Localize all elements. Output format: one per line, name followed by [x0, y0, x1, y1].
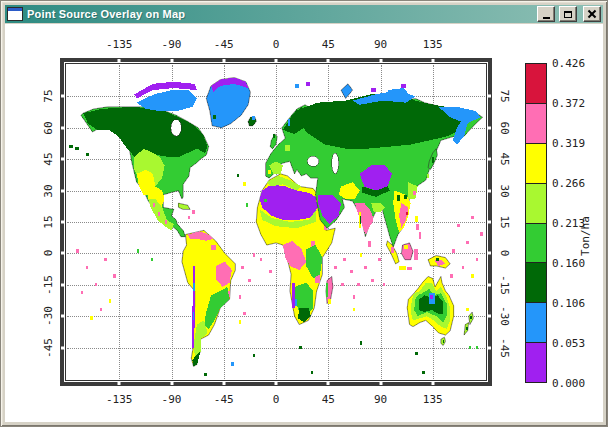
lat-tick-label: 15: [42, 215, 55, 228]
minimize-button[interactable]: [537, 6, 555, 22]
lon-tick-label: 135: [423, 393, 443, 406]
window-title: Point Source Overlay on Map: [27, 8, 533, 20]
lat-tick-label: -45: [498, 338, 511, 358]
latitude-axis-left: 75 60 45 30 15 0 -15 -30 -45: [41, 65, 55, 379]
longitude-axis-bottom: -135 -90 -45 0 45 90 135: [67, 393, 485, 405]
lon-tick-label: 0: [273, 393, 280, 406]
titlebar[interactable]: Point Source Overlay on Map: [5, 5, 603, 23]
legend-swatch: [526, 104, 546, 144]
legend-swatch: [526, 184, 546, 224]
maximize-button[interactable]: [559, 6, 577, 22]
close-icon: [587, 10, 597, 18]
legend-unit-label: Ton/ha: [579, 216, 592, 256]
world-map-raster: [67, 65, 485, 379]
legend-tick-label: 0.000: [552, 377, 585, 390]
plot-canvas: -135 -90 -45 0 45 90 135 -135 -90 -45 0 …: [5, 24, 603, 422]
lat-tick-label: 15: [498, 215, 511, 228]
lon-tick-label: -90: [162, 393, 182, 406]
legend-swatch: [526, 303, 546, 343]
lat-tick-label: 75: [498, 90, 511, 103]
legend-tick-label: 0.160: [552, 257, 585, 270]
lat-tick-label: -15: [42, 275, 55, 295]
color-scale-bar: [525, 63, 547, 383]
legend-swatch: [526, 144, 546, 184]
lon-tick-label: -45: [214, 38, 234, 51]
legend-tick-label: 0.053: [552, 337, 585, 350]
lat-tick-label: 75: [42, 90, 55, 103]
maximize-icon: [564, 11, 572, 18]
legend-tick-label: 0.266: [552, 177, 585, 190]
world-map: [67, 65, 485, 379]
close-button[interactable]: [583, 6, 601, 22]
legend-tick-label: 0.372: [552, 97, 585, 110]
lon-tick-label: 45: [322, 393, 335, 406]
lat-tick-label: 60: [42, 121, 55, 134]
lat-tick-label: 45: [498, 153, 511, 166]
lon-tick-label: 90: [374, 393, 387, 406]
lon-tick-label: -135: [106, 38, 133, 51]
lat-tick-label: -30: [498, 306, 511, 326]
lat-tick-label: -15: [498, 275, 511, 295]
lon-tick-label: -45: [214, 393, 234, 406]
lon-tick-label: -135: [106, 393, 133, 406]
legend-swatch: [526, 263, 546, 303]
lat-tick-label: 0: [498, 250, 511, 257]
minimize-icon: [543, 17, 550, 19]
lat-tick-label: -45: [42, 338, 55, 358]
lon-tick-label: 45: [322, 38, 335, 51]
legend-tick-label: 0.426: [552, 57, 585, 70]
lat-tick-label: 45: [42, 153, 55, 166]
app-window: Point Source Overlay on Map -135 -90 -45…: [0, 0, 608, 427]
legend-swatch: [526, 224, 546, 264]
lat-tick-label: -30: [42, 306, 55, 326]
latitude-axis-right: 75 60 45 30 15 0 -15 -30 -45: [497, 65, 511, 379]
lon-tick-label: 135: [423, 38, 443, 51]
lon-tick-label: -90: [162, 38, 182, 51]
lat-tick-label: 30: [498, 184, 511, 197]
lat-tick-label: 30: [42, 184, 55, 197]
lon-tick-label: 0: [273, 38, 280, 51]
legend-swatch: [526, 64, 546, 104]
legend-tick-label: 0.319: [552, 137, 585, 150]
lat-tick-label: 60: [498, 121, 511, 134]
legend-tick-label: 0.106: [552, 297, 585, 310]
legend-swatch: [526, 343, 546, 382]
lat-tick-label: 0: [42, 250, 55, 257]
app-window-icon: [7, 7, 23, 21]
longitude-axis-top: -135 -90 -45 0 45 90 135: [67, 38, 485, 50]
lon-tick-label: 90: [374, 38, 387, 51]
